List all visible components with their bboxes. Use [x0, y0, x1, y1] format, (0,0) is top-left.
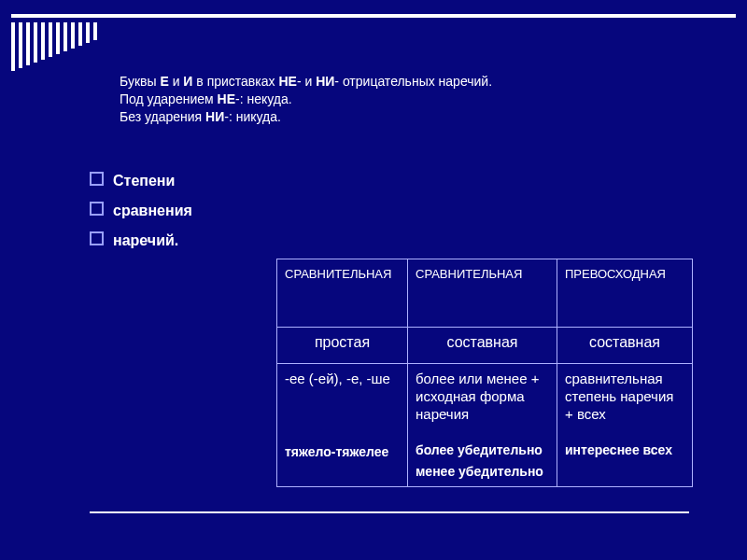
list-item: Степени	[90, 169, 276, 189]
bullet-square-icon	[90, 202, 104, 216]
body-cell: более или менее + исходная форма наречия…	[408, 364, 557, 487]
top-rule	[11, 14, 736, 18]
list-item: наречий.	[90, 229, 276, 249]
bottom-rule	[90, 511, 689, 513]
title-line-1: Буквы Е и И в приставках НЕ- и НИ- отриц…	[120, 73, 682, 91]
subheader-cell: составная	[408, 328, 557, 364]
cell-desc: более или менее + исходная форма наречия	[416, 370, 549, 423]
title-line-3: Без ударения НИ-: никуда.	[120, 108, 682, 126]
table-row: СРАВНИТЕЛЬНАЯ СРАВНИТЕЛЬНАЯ ПРЕВОСХОДНАЯ	[277, 259, 693, 328]
cell-example: тяжело-тяжелее	[285, 443, 400, 461]
header-cell: ПРЕВОСХОДНАЯ	[557, 259, 693, 328]
title-line-2: Под ударением НЕ-: некуда.	[120, 91, 682, 108]
subheader-cell: составная	[557, 328, 693, 364]
comparison-table: СРАВНИТЕЛЬНАЯ СРАВНИТЕЛЬНАЯ ПРЕВОСХОДНАЯ…	[276, 259, 693, 487]
header-cell: СРАВНИТЕЛЬНАЯ	[408, 259, 557, 328]
decor-stripes	[11, 22, 101, 71]
header-cell: СРАВНИТЕЛЬНАЯ	[277, 259, 408, 328]
list-item-label: сравнения	[113, 203, 192, 219]
bullet-list: Степени сравнения наречий.	[90, 169, 276, 259]
cell-example: интереснее всех	[565, 441, 684, 459]
table-row: простая составная составная	[277, 328, 693, 364]
body-cell: -ее (-ей), -е, -ше тяжело-тяжелее	[277, 364, 408, 487]
cell-desc: -ее (-ей), -е, -ше	[285, 370, 400, 387]
content-area: Степени сравнения наречий. СРАВНИТЕЛЬНАЯ…	[90, 163, 689, 487]
cell-example: менее убедительно	[416, 463, 549, 481]
table-row: -ее (-ей), -е, -ше тяжело-тяжелее более …	[277, 364, 693, 487]
list-item-label: наречий.	[113, 232, 178, 249]
slide: Буквы Е и И в приставках НЕ- и НИ- отриц…	[0, 0, 747, 560]
cell-desc: сравнительная степень наречия + всех	[565, 370, 684, 423]
list-item: сравнения	[90, 199, 276, 219]
cell-example: более убедительно	[416, 441, 549, 459]
bullet-square-icon	[90, 231, 104, 245]
bullet-square-icon	[90, 172, 104, 186]
subheader-cell: простая	[277, 328, 408, 364]
list-item-label: Степени	[113, 173, 175, 189]
body-cell: сравнительная степень наречия + всех инт…	[557, 364, 693, 487]
title-block: Буквы Е и И в приставках НЕ- и НИ- отриц…	[120, 73, 682, 126]
